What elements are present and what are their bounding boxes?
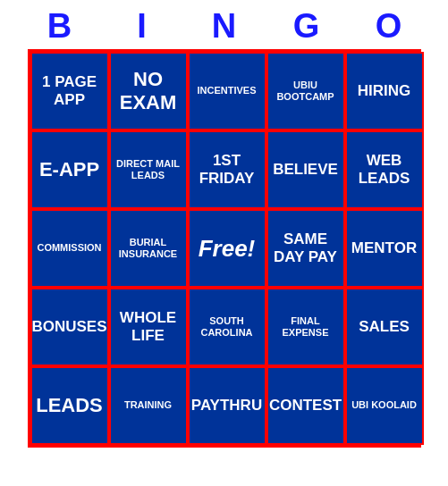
cell-text-3-4: SALES <box>359 318 410 336</box>
cell-3-4: SALES <box>345 288 424 366</box>
cell-text-2-1: BURIAL INSURANCE <box>114 237 182 260</box>
cell-text-0-2: INCENTIVES <box>197 85 256 96</box>
cell-text-4-4: UBI KOOLAID <box>351 399 417 411</box>
cell-text-0-1: NO EXAM <box>114 68 182 115</box>
cell-text-2-2: Free! <box>199 235 256 263</box>
cell-text-4-0: LEADS <box>36 394 103 417</box>
cell-2-1: BURIAL INSURANCE <box>109 209 188 288</box>
cell-text-2-3: SAME DAY PAY <box>272 230 340 267</box>
bingo-letter: N <box>189 7 260 46</box>
cell-text-0-4: HIRING <box>358 82 411 100</box>
cell-text-2-0: COMMISSION <box>37 242 101 254</box>
cell-4-2: PAYTHRU <box>188 366 266 445</box>
cell-2-4: MENTOR <box>345 209 424 288</box>
cell-1-3: BELIEVE <box>266 130 345 209</box>
cell-text-4-2: PAYTHRU <box>191 397 262 415</box>
cell-text-4-3: CONTEST <box>269 397 342 415</box>
cell-text-0-3: UBIU BOOTCAMP <box>272 80 340 103</box>
bingo-letter: B <box>24 7 96 46</box>
cell-4-1: TRAINING <box>109 366 188 445</box>
cell-text-1-1: DIRECT MAIL LEADS <box>114 158 182 181</box>
cell-text-1-2: 1ST FRIDAY <box>193 152 261 189</box>
cell-text-3-2: SOUTH CAROLINA <box>193 315 261 339</box>
cell-0-0: 1 PAGE APP <box>30 52 109 130</box>
cell-4-3: CONTEST <box>266 366 345 445</box>
cell-0-1: NO EXAM <box>109 52 188 130</box>
bingo-letter: G <box>271 7 342 46</box>
cell-2-3: SAME DAY PAY <box>266 209 345 288</box>
cell-1-0: E-APP <box>30 130 109 209</box>
cell-text-1-4: WEB LEADS <box>351 152 418 189</box>
bingo-grid: 1 PAGE APPNO EXAMINCENTIVESUBIU BOOTCAMP… <box>28 49 421 448</box>
bingo-header: BINGO <box>19 0 430 49</box>
cell-0-3: UBIU BOOTCAMP <box>266 52 345 130</box>
cell-1-1: DIRECT MAIL LEADS <box>109 130 188 209</box>
cell-4-0: LEADS <box>30 366 109 445</box>
cell-text-3-3: FINAL EXPENSE <box>272 315 340 339</box>
cell-text-3-0: BONUSES <box>31 318 106 336</box>
cell-1-2: 1ST FRIDAY <box>188 130 266 209</box>
cell-0-2: INCENTIVES <box>188 52 266 130</box>
cell-text-1-3: BELIEVE <box>273 161 338 179</box>
bingo-letter: I <box>106 7 178 46</box>
cell-text-4-1: TRAINING <box>124 399 172 411</box>
cell-0-4: HIRING <box>345 52 424 130</box>
cell-3-1: WHOLE LIFE <box>109 288 188 366</box>
bingo-letter: O <box>353 7 425 46</box>
cell-2-0: COMMISSION <box>30 209 109 288</box>
cell-text-2-4: MENTOR <box>351 239 417 257</box>
cell-text-0-0: 1 PAGE APP <box>36 73 104 110</box>
cell-3-2: SOUTH CAROLINA <box>188 288 266 366</box>
cell-2-2: Free! <box>188 209 266 288</box>
cell-text-3-1: WHOLE LIFE <box>114 309 182 346</box>
cell-text-1-0: E-APP <box>39 158 99 181</box>
cell-3-3: FINAL EXPENSE <box>266 288 345 366</box>
cell-3-0: BONUSES <box>30 288 109 366</box>
cell-1-4: WEB LEADS <box>345 130 424 209</box>
cell-4-4: UBI KOOLAID <box>345 366 424 445</box>
